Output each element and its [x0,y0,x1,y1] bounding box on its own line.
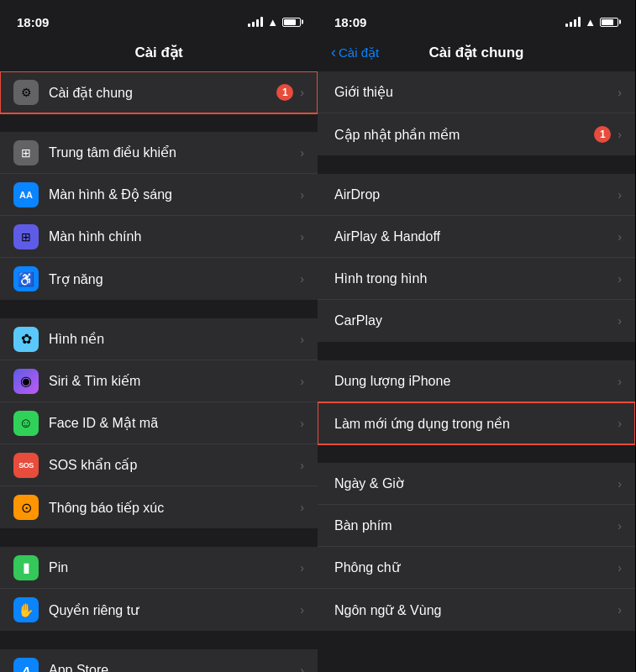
hinh-trong-hinh-chevron: › [618,272,622,286]
right-gap-1 [318,157,635,174]
signal-bars-icon [248,17,263,27]
carplay-chevron: › [618,314,622,328]
back-button[interactable]: ‹ Cài đặt [331,44,379,61]
right-signal-bars-icon [565,17,581,27]
quyen-rieng-tu-label: Quyền riêng tư [49,602,300,618]
left-section-3: ✿ Hình nền › ◉ Siri & Tìm kiếm › ☺ Face … [0,318,318,528]
airplay-chevron: › [618,230,622,244]
settings-item-cai-dat-chung[interactable]: ⚙ Cài đặt chung 1 › [0,71,318,113]
lam-moi-label: Làm mới ứng dụng trong nền [334,416,618,432]
ban-phim-label: Bàn phím [334,518,618,533]
right-wifi-icon: ▲ [585,16,596,29]
man-hinh-chinh-label: Màn hình chính [49,229,300,244]
left-nav-header: Cài đặt [0,37,318,71]
sos-icon: SOS [13,453,39,478]
back-label: Cài đặt [339,45,379,60]
cai-dat-chung-icon: ⚙ [13,80,39,105]
hinh-trong-hinh-label: Hình trong hình [334,271,618,286]
right-status-icons: ▲ [565,16,618,29]
section-gap-1 [0,115,318,132]
settings-item-tro-nang[interactable]: ♿ Trợ năng › [0,258,318,300]
right-nav-header: ‹ Cài đặt Cài đặt chung [318,37,635,71]
settings-item-gioi-thieu[interactable]: Giới thiệu › [318,71,635,113]
trung-tam-icon: ⊞ [13,140,39,165]
tro-nang-label: Trợ năng [49,271,300,287]
appstore-icon: A [13,658,39,672]
chevron-left-icon: ‹ [331,44,336,61]
right-gap-3 [318,446,635,463]
settings-item-hinh-nen[interactable]: ✿ Hình nền › [0,318,318,360]
settings-item-hinh-trong-hinh[interactable]: Hình trong hình › [318,258,635,300]
settings-item-ngay-gio[interactable]: Ngày & Giờ › [318,463,635,505]
faceid-chevron: › [300,417,304,430]
settings-item-phong-chu[interactable]: Phông chữ › [318,547,635,589]
settings-item-quyen-rieng-tu[interactable]: ✋ Quyền riêng tư › [0,589,318,631]
settings-item-faceid[interactable]: ☺ Face ID & Mật mã › [0,402,318,444]
settings-item-appstore[interactable]: A App Store › [0,649,318,672]
settings-item-airdrop[interactable]: AirDrop › [318,174,635,216]
ngay-gio-chevron: › [618,477,622,491]
settings-item-man-hinh-chinh[interactable]: ⊞ Màn hình chính › [0,216,318,258]
dung-luong-label: Dung lượng iPhone [334,373,618,389]
gioi-thieu-chevron: › [618,86,622,99]
settings-item-sos[interactable]: SOS SOS khẩn cấp › [0,444,318,486]
settings-item-man-hinh-do-sang[interactable]: AA Màn hình & Độ sáng › [0,174,318,216]
cap-nhat-chevron: › [618,128,622,141]
settings-item-airplay[interactable]: AirPlay & Handoff › [318,216,635,258]
settings-item-pin[interactable]: ▮ Pin › [0,547,318,589]
settings-item-thong-bao[interactable]: ⊙ Thông báo tiếp xúc › [0,486,318,528]
right-battery-icon [600,18,618,27]
right-status-bar: 18:09 ▲ [318,0,635,37]
cai-dat-chung-badge: 1 [276,84,293,101]
right-section-4: Ngày & Giờ › Bàn phím › Phông chữ › Ngôn… [318,463,635,631]
settings-item-carplay[interactable]: CarPlay › [318,300,635,342]
wifi-icon: ▲ [267,16,278,29]
settings-item-siri[interactable]: ◉ Siri & Tìm kiếm › [0,360,318,402]
phong-chu-chevron: › [618,561,622,575]
hinh-nen-chevron: › [300,333,304,346]
sos-chevron: › [300,459,304,472]
settings-item-trung-tam-dieu-khien[interactable]: ⊞ Trung tâm điều khiển › [0,132,318,174]
left-status-icons: ▲ [248,16,301,29]
left-page-title: Cài đặt [134,44,182,61]
dung-luong-chevron: › [618,375,622,388]
carplay-label: CarPlay [334,313,618,328]
settings-item-cap-nhat[interactable]: Cập nhật phần mềm 1 › [318,113,635,155]
siri-icon: ◉ [13,369,39,394]
settings-item-ngon-ngu-vung[interactable]: Ngôn ngữ & Vùng › [318,589,635,631]
trung-tam-label: Trung tâm điều khiển [49,144,300,160]
right-page-title: Cài đặt chung [429,44,524,61]
airdrop-label: AirDrop [334,187,618,202]
right-section-3: Dung lượng iPhone › Làm mới ứng dụng tro… [318,360,635,444]
right-time: 18:09 [334,15,366,29]
cap-nhat-badge: 1 [594,126,611,143]
left-section-appstore: A App Store › [0,649,318,672]
trung-tam-chevron: › [300,146,304,160]
phong-chu-label: Phông chữ [334,559,618,575]
lam-moi-chevron: › [618,417,622,430]
tro-nang-icon: ♿ [13,266,39,291]
quyen-rieng-tu-chevron: › [300,603,304,617]
settings-item-dung-luong[interactable]: Dung lượng iPhone › [318,360,635,402]
battery-icon [282,18,301,27]
hinh-nen-icon: ✿ [13,327,39,352]
settings-item-ban-phim[interactable]: Bàn phím › [318,505,635,547]
thong-bao-chevron: › [300,501,304,514]
left-panel: 18:09 ▲ Cài đặt ⚙ Cài đặt chung 1 › [0,0,318,672]
left-settings-list: ⚙ Cài đặt chung 1 › ⊞ Trung tâm điều khi… [0,71,318,672]
section-gap-2 [0,302,318,318]
right-section-1: Giới thiệu › Cập nhật phần mềm 1 › [318,71,635,155]
man-hinh-chevron: › [300,188,304,202]
tro-nang-chevron: › [300,272,304,286]
right-panel: 18:09 ▲ ‹ Cài đặt Cài đặt chung Giới th [318,0,635,672]
thong-bao-label: Thông báo tiếp xúc [49,500,300,516]
settings-item-lam-moi[interactable]: Làm mới ứng dụng trong nền › [318,402,635,444]
ngay-gio-label: Ngày & Giờ [334,475,618,491]
gioi-thieu-label: Giới thiệu [334,84,618,100]
man-hinh-chinh-chevron: › [300,230,304,244]
cai-dat-chung-chevron: › [300,86,304,99]
man-hinh-chinh-icon: ⊞ [13,224,39,249]
section-gap-3 [0,530,318,547]
pin-icon: ▮ [13,555,39,580]
right-settings-list: Giới thiệu › Cập nhật phần mềm 1 › AirDr… [318,71,635,672]
